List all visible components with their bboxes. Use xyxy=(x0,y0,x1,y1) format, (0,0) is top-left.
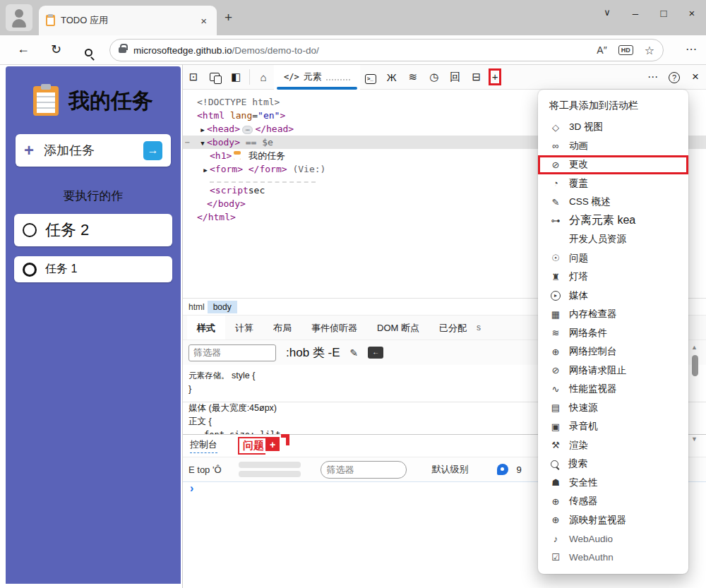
scrollbar-up-icon[interactable]: ▲ xyxy=(691,344,698,351)
welcome-home-icon[interactable]: ⌂ xyxy=(253,71,274,83)
devtools-more-icon[interactable]: ⋯ xyxy=(642,71,664,83)
close-window-button[interactable]: × xyxy=(678,7,706,19)
brush-icon[interactable]: ✎ xyxy=(350,347,359,359)
menu-item-label: 渲染 xyxy=(569,439,588,452)
menu-item-quick-source[interactable]: ▤快速源 xyxy=(538,399,688,418)
task-checkbox[interactable] xyxy=(23,223,37,237)
tab-computed[interactable]: 计算 xyxy=(225,316,263,340)
menu-item-source-map-monitor[interactable]: ⊕源映射监视器 xyxy=(538,511,688,530)
add-tools-plus-icon[interactable]: + xyxy=(492,71,498,83)
menu-item-recorder[interactable]: ▣录音机 xyxy=(538,417,688,436)
devtools-close-icon[interactable]: × xyxy=(685,70,706,84)
menu-item-security[interactable]: ☗安全性 xyxy=(538,474,688,493)
console-context-selector[interactable]: E top 'Ô xyxy=(189,464,222,475)
site-info-lock-icon[interactable] xyxy=(119,47,126,53)
menu-item-memory-inspector[interactable]: ▦内存检查器 xyxy=(538,305,688,324)
inspect-element-icon[interactable]: ⊡ xyxy=(183,71,204,83)
profile-avatar[interactable] xyxy=(6,4,32,31)
refresh-icon[interactable]: ↻ xyxy=(51,42,61,57)
activity-bar-toggle-icon[interactable]: ◧ xyxy=(225,71,246,83)
layout-sidebar-toggle-icon[interactable]: ← xyxy=(368,347,383,359)
add-task-field[interactable]: + 添加任务 → xyxy=(16,134,171,167)
new-tab-button[interactable]: + xyxy=(225,10,232,25)
menu-item-animation[interactable]: ∞动画 xyxy=(538,137,688,156)
address-bar[interactable]: microsoftedge.github.io/Demos/demo-to-do… xyxy=(109,39,664,61)
tab-issues[interactable]: 问题 xyxy=(238,437,265,455)
minimize-button[interactable]: – xyxy=(621,7,650,19)
browser-more-icon[interactable]: ⋯ xyxy=(686,42,698,56)
code-segment: "en" xyxy=(258,110,280,121)
menu-item-network-console[interactable]: ⊕网络控制台 xyxy=(538,342,688,361)
task-item[interactable]: 任务 1 xyxy=(14,256,172,282)
performance-gauge-icon[interactable]: ◷ xyxy=(424,71,445,83)
menu-item-coverage[interactable]: ◔覆盖 xyxy=(538,174,688,193)
tab-layout[interactable]: 布局 xyxy=(263,316,301,340)
tab-console[interactable]: 控制台 xyxy=(190,438,217,453)
back-icon[interactable]: ← xyxy=(17,42,30,56)
tab-styles[interactable]: 样式 xyxy=(187,316,225,340)
hd-icon[interactable]: HD xyxy=(618,45,633,55)
debugger-bug-icon[interactable]: Ж xyxy=(381,71,402,83)
pseudo-class-toggles[interactable]: :hob 类 -E xyxy=(286,344,340,361)
style-open-brace[interactable]: style { xyxy=(232,371,255,380)
task-item[interactable]: 任务 2 xyxy=(14,214,172,246)
menu-item-rendering[interactable]: ⚒渲染 xyxy=(538,436,688,455)
menu-item-webaudio[interactable]: ♪WebAudio xyxy=(538,529,688,548)
device-emulation-icon[interactable] xyxy=(204,71,225,83)
help-icon[interactable]: ? xyxy=(664,71,685,83)
chip-magnifier-icon: ▦ xyxy=(549,309,562,320)
menu-item-label: 3D 视图 xyxy=(569,121,603,133)
log-levels-dropdown[interactable]: 默认级别 xyxy=(432,463,469,476)
menu-item-lighthouse[interactable]: ♜灯塔 xyxy=(538,268,688,287)
breadcrumb-html[interactable]: html xyxy=(189,302,205,312)
code-segment: <h1> xyxy=(210,150,232,161)
tab-elements[interactable]: </> 元素 xyxy=(274,65,360,90)
task-checkbox[interactable] xyxy=(23,263,37,277)
tab-event-listeners[interactable]: 事件侦听器 xyxy=(301,316,367,340)
menu-item-developer-resources[interactable]: 开发人员资源 xyxy=(538,230,688,249)
menu-item-3d-view[interactable]: ◇3D 视图 xyxy=(538,118,688,137)
console-panel-icon[interactable]: >_ xyxy=(360,71,381,84)
messages-bubble-icon[interactable] xyxy=(497,464,508,475)
tab-assigned[interactable]: 已分配 xyxy=(429,316,477,340)
memory-chip-icon[interactable]: 回 xyxy=(445,71,466,84)
tab-close-icon[interactable]: × xyxy=(198,15,210,27)
menu-item-detached-elements[interactable]: ⊶分离元素 kea xyxy=(538,212,688,231)
favorite-star-icon[interactable]: ☆ xyxy=(645,44,654,57)
application-storage-icon[interactable]: ⊟ xyxy=(466,71,487,83)
menu-item-changes[interactable]: ⊘更改 xyxy=(538,155,688,174)
menu-item-media[interactable]: ▸媒体 xyxy=(538,287,688,306)
code-brackets-icon: </> xyxy=(284,72,299,82)
menu-item-label: 网络条件 xyxy=(569,327,607,340)
shield-icon: ☗ xyxy=(549,477,562,488)
issues-tab-annotation: 问题 + xyxy=(238,437,289,455)
tab-dom-breakpoints[interactable]: DOM 断点 xyxy=(367,316,429,340)
menu-item-network-request-blocking[interactable]: ⊘网络请求阻止 xyxy=(538,361,688,380)
read-aloud-icon[interactable]: A″ xyxy=(597,44,606,56)
menu-item-sensors[interactable]: ⊕传感器 xyxy=(538,492,688,511)
scrollbar-thumb[interactable] xyxy=(692,355,698,376)
play-circle-icon: ▸ xyxy=(551,291,561,301)
code-segment: </form> xyxy=(249,164,287,174)
menu-item-network-conditions[interactable]: ≋网络条件 xyxy=(538,324,688,343)
menu-item-performance-monitor[interactable]: ∿性能监视器 xyxy=(538,380,688,399)
tab-actions-chevron-icon[interactable]: ∨ xyxy=(593,7,621,19)
maximize-button[interactable]: □ xyxy=(650,7,678,19)
console-filter-input[interactable] xyxy=(321,461,407,479)
more-actions-icon[interactable]: ⋯ xyxy=(185,136,190,149)
menu-item-css-overview[interactable]: ✎CSS 概述 xyxy=(538,193,688,212)
menu-item-label: 搜索 xyxy=(568,457,587,470)
search-icon[interactable] xyxy=(85,45,92,60)
browser-tab[interactable]: TODO 应用 × xyxy=(39,6,217,35)
devtools-toolbar: ⊡ ◧ ⌂ </> 元素 >_ Ж ≋ ◷ 回 ⊟ + ⋯ ? × xyxy=(183,65,706,90)
menu-item-issues[interactable]: ☉问题 xyxy=(538,249,688,268)
submit-task-button[interactable]: → xyxy=(143,141,162,160)
scrollbar-down-icon[interactable]: ▼ xyxy=(691,436,698,443)
styles-filter-input[interactable] xyxy=(189,344,276,361)
network-wifi-icon[interactable]: ≋ xyxy=(402,71,424,83)
menu-item-search[interactable]: 搜索 xyxy=(538,455,688,474)
menu-item-webauthn[interactable]: ☑WebAuthn xyxy=(538,548,688,568)
code-segment: ⋯ xyxy=(242,126,253,134)
breadcrumb-body[interactable]: body xyxy=(208,301,237,313)
code-segment: <body> xyxy=(207,137,240,148)
